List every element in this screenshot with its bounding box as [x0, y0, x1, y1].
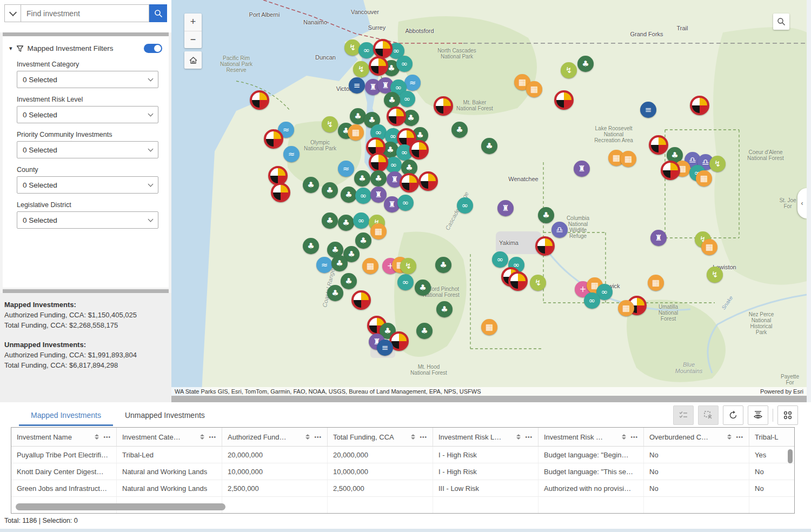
search-button[interactable] [149, 4, 167, 22]
column-menu-icon[interactable]: ••• [736, 434, 743, 440]
natural-working-lands-marker[interactable]: ♣ [415, 280, 431, 296]
active-transportation-marker[interactable]: ∞ [397, 195, 414, 211]
home-extent-button[interactable] [184, 51, 202, 69]
tribal-led-medicine-wheel-marker[interactable] [418, 171, 438, 191]
tab-mapped-investments[interactable]: Mapped Investments [19, 404, 113, 426]
ferry-maritime-marker[interactable]: ≡ [349, 77, 365, 94]
natural-working-lands-marker[interactable]: ♣ [355, 232, 371, 249]
natural-working-lands-marker[interactable]: ♣ [354, 170, 370, 187]
column-header-4[interactable]: Investment Risk L…••• [433, 428, 539, 446]
natural-working-lands-marker[interactable]: ♣ [451, 122, 468, 138]
natural-working-lands-marker[interactable]: ♣ [416, 323, 433, 339]
natural-working-lands-marker[interactable]: ♣ [327, 285, 343, 301]
column-menu-icon[interactable]: ••• [525, 434, 533, 440]
natural-working-lands-marker[interactable]: ♣ [341, 273, 357, 289]
tribal-led-medicine-wheel-marker[interactable] [409, 140, 429, 159]
table-row[interactable]: Knott Dairy Center Digest…Natural and Wo… [11, 463, 794, 480]
sort-icon[interactable] [622, 434, 626, 440]
table-vertical-scrollbar[interactable] [788, 449, 793, 463]
buildings-solar-marker[interactable]: ▦ [701, 239, 717, 255]
active-transportation-marker[interactable]: ∞ [584, 292, 600, 309]
filter-select-0[interactable]: 0 Selected [17, 71, 158, 88]
buildings-solar-marker[interactable]: ▦ [618, 300, 634, 316]
tribal-led-medicine-wheel-marker[interactable] [661, 161, 680, 180]
tribal-led-medicine-wheel-marker[interactable] [690, 96, 709, 115]
natural-working-lands-marker[interactable]: ♣ [435, 257, 451, 273]
tribal-led-medicine-wheel-marker[interactable] [369, 152, 388, 172]
government-marker[interactable]: ♜ [574, 161, 590, 177]
zoom-out-button[interactable]: − [184, 31, 202, 49]
buildings-solar-marker[interactable]: ▦ [620, 151, 636, 167]
natural-working-lands-marker[interactable]: ♣ [322, 182, 338, 198]
natural-working-lands-marker[interactable]: ♣ [341, 187, 357, 203]
select-records-button[interactable] [673, 405, 694, 425]
filter-select-3[interactable]: 0 Selected [17, 176, 158, 194]
active-transportation-marker[interactable]: ∞ [397, 274, 414, 290]
buildings-solar-marker[interactable]: ▦ [348, 124, 364, 141]
sort-icon[interactable] [95, 434, 99, 440]
tribal-led-medicine-wheel-marker[interactable] [400, 173, 419, 192]
table-row[interactable]: Puyallup Tribe Port Electrifi…Tribal-Led… [11, 447, 794, 463]
column-header-5[interactable]: Investment Risk …••• [539, 428, 644, 446]
search-input[interactable] [21, 4, 149, 22]
natural-working-lands-marker[interactable]: ♣ [303, 238, 319, 254]
buildings-solar-marker[interactable]: ▦ [362, 258, 378, 274]
filters-toggle[interactable] [144, 44, 162, 53]
clean-energy-marker[interactable]: ↯ [353, 61, 369, 77]
buildings-solar-marker[interactable]: ▦ [370, 223, 387, 240]
column-header-0[interactable]: Investment Name••• [11, 428, 117, 446]
table-horizontal-scrollbar[interactable] [16, 503, 225, 510]
column-menu-icon[interactable]: ••• [630, 434, 638, 440]
water-salmon-marker[interactable]: ≈ [404, 75, 421, 91]
government-marker[interactable]: ♜ [650, 230, 667, 246]
water-salmon-marker[interactable]: ≈ [338, 161, 354, 177]
active-transportation-marker[interactable]: ∞ [399, 91, 415, 107]
table-row[interactable]: Green Jobs and Infrastruct…Natural and W… [11, 480, 794, 497]
tribal-led-medicine-wheel-marker[interactable] [373, 39, 393, 58]
filter-select-2[interactable]: 0 Selected [17, 141, 158, 158]
clean-energy-marker[interactable]: ↯ [400, 258, 416, 274]
natural-working-lands-marker[interactable]: ♣ [303, 177, 319, 193]
tribal-led-medicine-wheel-marker[interactable] [250, 90, 269, 110]
natural-working-lands-marker[interactable]: ♣ [436, 301, 453, 317]
clean-energy-marker[interactable]: ↯ [322, 116, 338, 132]
column-menu-icon[interactable]: ••• [103, 434, 111, 440]
ferry-maritime-marker[interactable]: ≡ [640, 102, 656, 118]
column-menu-icon[interactable]: ••• [420, 434, 427, 440]
sort-icon[interactable] [727, 434, 732, 440]
column-header-1[interactable]: Investment Cate…••• [117, 428, 222, 446]
map-canvas[interactable]: VancouverSurreyAbbotsfordPort AlberniNan… [171, 0, 807, 402]
active-transportation-marker[interactable]: ∞ [385, 157, 402, 173]
natural-working-lands-marker[interactable]: ♣ [370, 170, 387, 187]
tribal-led-medicine-wheel-marker[interactable] [351, 290, 371, 310]
grid-actions-button[interactable] [777, 405, 798, 425]
map-search-button[interactable] [773, 14, 789, 30]
tribal-led-medicine-wheel-marker[interactable] [369, 56, 388, 76]
natural-working-lands-marker[interactable]: ♣ [577, 56, 594, 72]
filter-select-1[interactable]: 0 Selected [17, 106, 158, 123]
clean-energy-marker[interactable]: ↯ [561, 62, 577, 78]
natural-working-lands-marker[interactable]: ♣ [338, 215, 354, 231]
column-header-3[interactable]: Total Funding, CCA••• [328, 428, 433, 446]
active-transportation-marker[interactable]: ∞ [396, 56, 413, 72]
natural-working-lands-marker[interactable]: ♣ [538, 207, 554, 223]
column-header-6[interactable]: Overburdened C…••• [644, 428, 749, 446]
tribal-led-medicine-wheel-marker[interactable] [535, 236, 555, 256]
clear-selection-button[interactable] [698, 405, 719, 425]
refresh-button[interactable] [723, 405, 743, 425]
tribal-led-medicine-wheel-marker[interactable] [387, 107, 406, 126]
tribal-led-medicine-wheel-marker[interactable] [434, 96, 453, 116]
active-transportation-marker[interactable]: ∞ [492, 251, 508, 268]
water-salmon-marker[interactable]: ≈ [316, 257, 333, 273]
active-transportation-marker[interactable]: ∞ [355, 188, 371, 204]
tribal-led-medicine-wheel-marker[interactable] [554, 90, 574, 110]
buildings-solar-marker[interactable]: ▦ [648, 275, 664, 291]
column-menu-icon[interactable]: ••• [209, 434, 216, 440]
ferry-maritime-marker[interactable]: ≡ [377, 340, 393, 356]
collapse-triangle-icon[interactable]: ▾ [9, 45, 12, 52]
active-transportation-marker[interactable]: ∞ [457, 197, 473, 214]
column-header-7[interactable]: Tribal-L [749, 428, 795, 446]
environmental-justice-marker[interactable]: ♎ [551, 222, 568, 238]
clean-energy-marker[interactable]: ↯ [709, 156, 726, 172]
natural-working-lands-marker[interactable]: ♣ [384, 92, 400, 108]
